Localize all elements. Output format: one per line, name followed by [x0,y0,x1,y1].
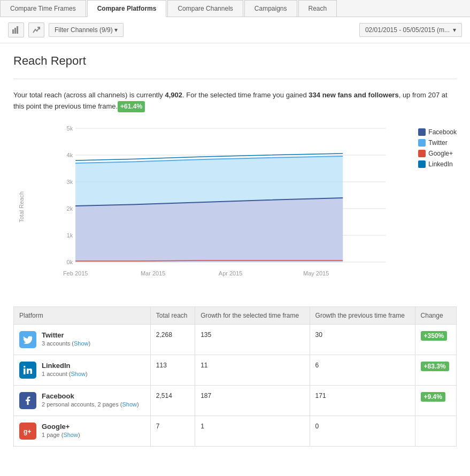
chart-legend: Facebook Twitter Google+ LinkedIn [410,123,457,290]
platform-icon-google+: g+ [19,423,36,440]
platform-sub: 1 account (Show) [42,371,88,377]
tab-reach[interactable]: Reach [298,0,337,17]
platform-cell-twitter: Twitter 3 accounts (Show) [14,324,151,355]
summary-text: Your total reach (across all channels) i… [13,90,457,112]
divider [13,79,457,79]
col-growth-previous: Growth the previous time frame [310,306,415,324]
svg-text:Feb 2015: Feb 2015 [63,270,88,277]
change-value [415,416,456,446]
col-growth-selected: Growth for the selected time frame [195,306,310,324]
svg-rect-21 [24,368,26,374]
bar-chart-icon[interactable] [8,22,24,37]
platform-sub: 1 page (Show) [42,432,80,438]
date-range-label: 02/01/2015 - 05/05/2015 (m... [365,26,450,34]
growth-selected-value: 187 [195,385,310,416]
legend-googleplus-label: Google+ [428,150,453,157]
y-axis-label: Total Reach [13,123,29,290]
filter-channels-button[interactable]: Filter Channels (9/9) ▾ [49,23,124,37]
change-value: +9.4% [415,385,456,416]
platform-cell-linkedin: LinkedIn 1 account (Show) [14,355,151,385]
table-row: Twitter 3 accounts (Show) 2,26813530+350… [14,324,457,355]
platform-info: Facebook 2 personal accounts, 2 pages (S… [19,392,145,409]
growth-selected-value: 135 [195,324,310,355]
svg-text:Mar 2015: Mar 2015 [141,270,165,277]
svg-rect-0 [12,29,14,34]
platform-name: Twitter [42,331,90,339]
svg-text:1k: 1k [67,232,73,239]
platform-cell-facebook: Facebook 2 personal accounts, 2 pages (S… [14,385,151,416]
toolbar: Filter Channels (9/9) ▾ 02/01/2015 - 05/… [0,17,470,43]
total-reach-value: 2,268 [150,324,195,355]
change-value: +350% [415,324,456,355]
page-title: Reach Report [13,54,457,68]
legend-facebook-color [418,128,426,136]
svg-text:3k: 3k [67,179,73,185]
chart-area: 5k 4k 3k 2k 1k 0k Feb 2015 [29,123,410,290]
tab-compare-platforms[interactable]: Compare Platforms [87,0,167,17]
svg-text:g+: g+ [24,428,31,435]
col-platform: Platform [14,306,151,324]
legend-facebook-label: Facebook [428,128,457,136]
svg-rect-2 [17,26,18,34]
platform-name: LinkedIn [42,362,88,370]
platform-cell-google+: g+ Google+ 1 page (Show) [14,416,151,446]
growth-previous-value: 171 [310,385,415,416]
total-reach-value: 2,514 [150,385,195,416]
show-link[interactable]: Show [71,371,86,377]
svg-text:2k: 2k [67,205,73,212]
show-link[interactable]: Show [122,401,137,408]
platform-sub: 3 accounts (Show) [42,340,90,347]
svg-text:May 2015: May 2015 [303,270,329,277]
platform-icon-twitter [19,331,36,348]
col-total-reach: Total reach [150,306,195,324]
platform-sub: 2 personal accounts, 2 pages (Show) [42,401,139,408]
change-badge: +350% [421,331,448,341]
growth-selected-value: 1 [195,416,310,446]
tab-compare-time-frames[interactable]: Compare Time Frames [0,0,86,17]
total-reach-value: 113 [150,355,195,385]
legend-linkedin: LinkedIn [418,160,457,168]
svg-point-22 [24,366,26,368]
show-link[interactable]: Show [74,340,89,347]
platform-name: Facebook [42,392,139,400]
tabs-bar: Compare Time Frames Compare Platforms Co… [0,0,470,17]
change-value: +83.3% [415,355,456,385]
platform-details: Google+ 1 page (Show) [42,423,80,438]
legend-googleplus-color [418,150,426,157]
trend-icon[interactable] [28,22,44,37]
growth-previous-value: 30 [310,324,415,355]
table-row: Facebook 2 personal accounts, 2 pages (S… [14,385,457,416]
chart-svg: 5k 4k 3k 2k 1k 0k Feb 2015 [29,123,410,289]
platform-details: Twitter 3 accounts (Show) [42,331,90,347]
legend-twitter: Twitter [418,139,457,147]
platform-details: LinkedIn 1 account (Show) [42,362,88,377]
chart-container: Total Reach 5k 4k 3k 2k 1k 0k [13,123,457,290]
svg-text:0k: 0k [67,259,73,265]
tab-campaigns[interactable]: Campaigns [244,0,297,17]
tab-compare-channels[interactable]: Compare Channels [167,0,243,17]
new-fans-label: 334 new fans and followers [309,91,398,99]
platform-icon-facebook [19,392,36,409]
legend-twitter-color [418,139,426,147]
dropdown-arrow-icon: ▾ [453,26,456,34]
legend-googleplus: Google+ [418,150,457,157]
show-link[interactable]: Show [63,432,78,438]
svg-rect-1 [14,28,16,34]
date-range-picker[interactable]: 02/01/2015 - 05/05/2015 (m... ▾ [359,23,462,37]
growth-previous-value: 6 [310,355,415,385]
change-badge: +9.4% [421,392,445,402]
legend-linkedin-color [418,160,426,168]
legend-twitter-label: Twitter [428,139,447,147]
platform-icon-linkedin [19,362,36,379]
table-row: g+ Google+ 1 page (Show) 710 [14,416,457,446]
svg-text:4k: 4k [67,152,73,158]
legend-linkedin-label: LinkedIn [428,160,452,168]
platform-info: g+ Google+ 1 page (Show) [19,423,145,440]
total-reach-value: 4,902 [165,91,182,99]
growth-previous-value: 0 [310,416,415,446]
page-content: Reach Report Your total reach (across al… [0,43,470,457]
svg-text:Apr 2015: Apr 2015 [219,270,243,277]
change-badge: +83.3% [421,362,449,371]
growth-selected-value: 11 [195,355,310,385]
platform-info: Twitter 3 accounts (Show) [19,331,145,348]
